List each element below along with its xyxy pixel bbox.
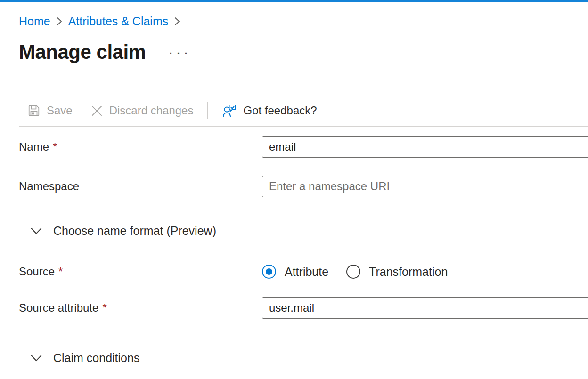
- namespace-input[interactable]: [262, 176, 588, 197]
- radio-label: Attribute: [285, 265, 328, 279]
- choose-name-format-label: Choose name format (Preview): [53, 224, 216, 238]
- chevron-down-icon: [31, 355, 42, 362]
- breadcrumb: Home Attributes & Claims: [19, 15, 588, 27]
- name-input[interactable]: [262, 136, 588, 158]
- source-attribute-input[interactable]: [262, 297, 588, 319]
- radio-button-icon: [346, 265, 360, 279]
- feedback-icon: [222, 103, 237, 118]
- required-asterisk: *: [53, 140, 57, 153]
- source-radio-transformation[interactable]: Transformation: [346, 265, 448, 279]
- breadcrumb-link-attributes-claims[interactable]: Attributes & Claims: [68, 15, 169, 27]
- page-title: Manage claim: [19, 41, 146, 63]
- namespace-field-label: Namespace: [19, 180, 262, 193]
- choose-name-format-section-toggle[interactable]: Choose name format (Preview): [19, 213, 588, 249]
- required-asterisk: *: [102, 301, 106, 314]
- breadcrumb-link-home[interactable]: Home: [19, 15, 50, 27]
- required-asterisk: *: [58, 265, 63, 278]
- toolbar-bottom-divider: [19, 126, 588, 127]
- section-divider: [19, 376, 588, 376]
- chevron-right-icon: [174, 17, 180, 26]
- source-field-label: Source*: [19, 265, 262, 278]
- claim-conditions-section-toggle[interactable]: Claim conditions: [19, 340, 588, 376]
- radio-label: Transformation: [369, 265, 448, 279]
- more-options-icon[interactable]: ···: [168, 45, 191, 59]
- radio-button-icon: [262, 265, 276, 279]
- save-button[interactable]: Save: [27, 104, 73, 117]
- toolbar-separator: [207, 102, 208, 119]
- claim-conditions-label: Claim conditions: [53, 351, 139, 365]
- section-divider: [19, 249, 588, 249]
- save-button-label: Save: [47, 104, 73, 117]
- got-feedback-button[interactable]: Got feedback?: [222, 103, 317, 118]
- source-radio-group: Attribute Transformation: [262, 265, 448, 279]
- discard-changes-label: Discard changes: [109, 104, 194, 117]
- name-field-label: Name*: [19, 140, 262, 153]
- save-icon: [27, 104, 41, 117]
- panel-accent-bar: [0, 0, 588, 2]
- dismiss-x-icon: [90, 105, 103, 117]
- got-feedback-label: Got feedback?: [243, 104, 317, 117]
- command-bar: Save Discard changes: [19, 100, 588, 121]
- chevron-down-icon: [31, 227, 42, 235]
- manage-claim-page: Home Attributes & Claims Manage claim ··…: [0, 0, 588, 379]
- chevron-right-icon: [57, 17, 62, 26]
- discard-changes-button[interactable]: Discard changes: [90, 104, 194, 117]
- source-radio-attribute[interactable]: Attribute: [262, 265, 328, 279]
- source-attribute-field-label: Source attribute*: [19, 301, 262, 314]
